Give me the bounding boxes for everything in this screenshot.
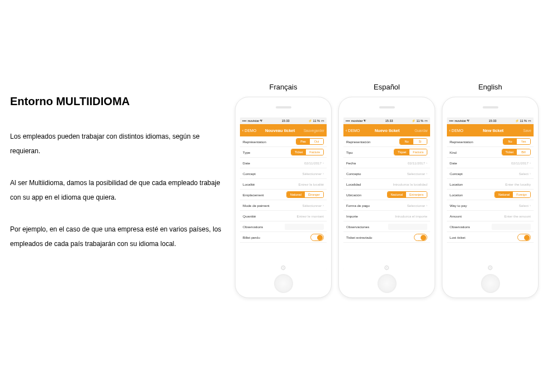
status-bar: •••• movistar ⧨15:33⚡ 11 % ▭ <box>240 117 327 124</box>
phone-speaker <box>483 106 498 108</box>
segment-option[interactable]: Foreign <box>513 192 530 197</box>
segment-option[interactable]: National <box>495 192 513 197</box>
row-input-placeholder[interactable]: Entrez le montant <box>297 214 324 218</box>
row-select-link[interactable]: Sélectionner› <box>303 204 324 207</box>
segment-option[interactable]: Facture <box>306 149 323 155</box>
row-label: Emplacement <box>243 193 264 197</box>
row-label: Date <box>450 161 457 165</box>
row-value[interactable]: 02/11/2017› <box>304 161 324 165</box>
segment-control[interactable]: NationalForeign <box>494 191 531 198</box>
row-value[interactable]: 02/11/2017› <box>408 161 427 165</box>
save-button[interactable]: Guardar <box>414 129 428 133</box>
segment-option[interactable]: Factura <box>409 149 427 155</box>
segment-control[interactable]: NationalÉtranger <box>286 191 324 198</box>
phone-screen: •••• movistar ⧨15:33⚡ 11 % ▭‹DEMONuevo t… <box>343 117 430 270</box>
row-input-placeholder[interactable]: Introduzca el importe <box>395 214 427 218</box>
nav-title: Nouveau ticket <box>256 128 303 133</box>
chevron-right-icon: › <box>426 161 427 164</box>
segment-option[interactable]: Nacional <box>388 192 406 197</box>
segment-control[interactable]: NoYes <box>503 138 531 145</box>
phone-frame: •••• movistar ⧨15:33⚡ 11 % ▭‹DEMONuevo t… <box>338 97 435 298</box>
segment-option[interactable]: Étranger <box>305 192 323 197</box>
form-row: LocalitéEntrez la localité <box>240 179 327 190</box>
row-label: Date <box>243 161 250 165</box>
signal-icon: •••• <box>242 119 247 122</box>
row-text-input[interactable] <box>388 224 427 230</box>
row-label: Localité <box>243 182 254 186</box>
row-select-link[interactable]: Select› <box>519 204 531 207</box>
chevron-left-icon: ‹ <box>346 129 347 133</box>
home-button[interactable] <box>481 274 500 293</box>
toggle-switch[interactable] <box>517 234 531 241</box>
signal-icon: •••• <box>449 119 454 122</box>
row-select-link[interactable]: Select› <box>519 172 531 176</box>
back-button[interactable]: ‹DEMO <box>242 129 256 133</box>
language-label: Français <box>270 83 298 91</box>
nav-bar: ‹DEMONew ticketSave <box>447 124 534 136</box>
row-text-input[interactable] <box>285 224 324 230</box>
status-left: •••• movistar ⧨ <box>346 119 366 123</box>
row-input-placeholder[interactable]: Entrez la localité <box>299 182 324 186</box>
save-button[interactable]: Save <box>523 129 531 133</box>
row-label: Way to pay <box>450 204 467 207</box>
nav-title: Nuevo ticket <box>360 128 414 133</box>
segment-control[interactable]: NoSi <box>399 138 427 145</box>
segment-option[interactable]: Pas <box>296 139 310 144</box>
segment-control[interactable]: PasOui <box>296 138 324 145</box>
row-value[interactable]: 02/11/2017› <box>511 161 531 165</box>
segment-option[interactable]: Ticket <box>502 149 517 155</box>
home-button[interactable] <box>274 274 293 293</box>
segment-option[interactable]: Ticket <box>291 149 306 155</box>
nav-title: New ticket <box>463 128 523 133</box>
status-time: 15:33 <box>385 119 393 122</box>
row-label: Lost ticket <box>450 235 465 239</box>
row-toggle[interactable] <box>414 234 427 241</box>
segment-control[interactable]: TicketFacture <box>291 149 324 155</box>
row-input-placeholder[interactable]: Introduzca la localidad <box>393 182 427 186</box>
form-row: Ticket extraviado <box>343 232 430 243</box>
status-time: 15:33 <box>282 119 290 122</box>
back-button[interactable]: ‹DEMO <box>346 129 360 133</box>
form-row: ImporteIntroduzca el importe <box>343 211 430 221</box>
segment-option[interactable]: Yes <box>517 139 530 144</box>
home-button[interactable] <box>378 274 397 293</box>
segment-option[interactable]: Extranjera <box>406 192 427 197</box>
segment-control[interactable]: TicketBill <box>502 149 531 155</box>
segment-option[interactable]: No <box>400 139 413 144</box>
row-select-link[interactable]: Seleccionar› <box>407 204 427 207</box>
segment-option[interactable]: National <box>287 192 305 197</box>
phone-column: Español•••• movistar ⧨15:33⚡ 11 % ▭‹DEMO… <box>338 83 435 298</box>
paragraph-3: Por ejemplo, en el caso de que una empre… <box>10 222 223 252</box>
carrier-label: movistar <box>455 119 466 122</box>
row-label: Billet perdu <box>243 235 260 239</box>
wifi-icon: ⧨ <box>260 119 263 123</box>
row-label: Forma de pago <box>346 204 370 207</box>
segment-control[interactable]: NacionalExtranjera <box>387 191 427 198</box>
save-button[interactable]: Sauvegarder <box>304 129 324 133</box>
carrier-label: movistar <box>351 119 363 122</box>
row-toggle[interactable] <box>517 234 531 241</box>
row-label: Observations <box>243 225 263 229</box>
toggle-switch[interactable] <box>310 234 324 241</box>
row-input-placeholder[interactable]: Enter the amount <box>504 214 531 218</box>
status-right: ⚡ 11 % ▭ <box>515 119 531 122</box>
status-left: •••• movistar ⧨ <box>242 119 263 123</box>
row-text-input[interactable] <box>492 224 531 230</box>
row-input-placeholder[interactable]: Enter the locality <box>505 182 531 186</box>
status-time: 15:33 <box>489 119 497 122</box>
segment-option[interactable]: Si <box>413 139 427 144</box>
segment-option[interactable]: Tiquet <box>394 149 409 155</box>
toggle-switch[interactable] <box>414 234 427 241</box>
back-button[interactable]: ‹DEMO <box>449 129 463 133</box>
row-label: Quantité <box>243 214 256 218</box>
language-label: English <box>478 83 502 91</box>
segment-control[interactable]: TiquetFactura <box>394 149 427 155</box>
segment-option[interactable]: Bill <box>517 149 530 155</box>
segment-option[interactable]: No <box>503 139 517 144</box>
form-row: AmountEnter the amount <box>447 211 534 221</box>
form-row: LocalidadIntroduzca la localidad <box>343 179 430 190</box>
row-toggle[interactable] <box>310 234 324 241</box>
row-select-link[interactable]: Seleccionar› <box>407 172 427 176</box>
segment-option[interactable]: Oui <box>310 139 323 144</box>
row-select-link[interactable]: Sélectionner› <box>303 172 324 176</box>
